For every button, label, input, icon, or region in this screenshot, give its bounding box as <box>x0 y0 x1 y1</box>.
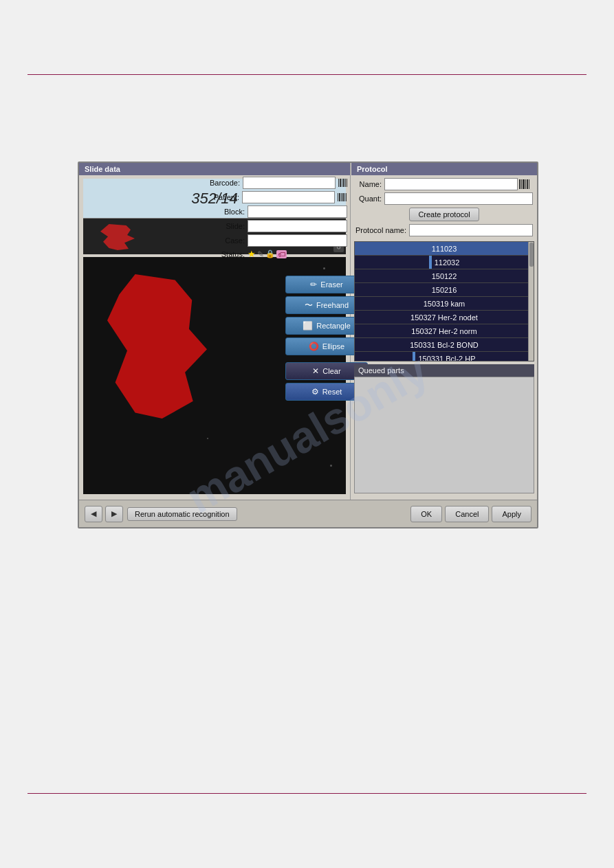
status-tag-icon[interactable]: 🏷 <box>276 250 287 258</box>
tools-area: ✏ Eraser 〜 Freehand ⬜ Rectangle ⭕ Ellips… <box>285 273 346 403</box>
block-input[interactable] <box>248 205 347 218</box>
slide-label-field: Slide: <box>210 222 248 230</box>
block-row: Block: <box>210 205 347 218</box>
proto-item-150327nodet[interactable]: 150327 Her-2 nodet <box>355 311 534 324</box>
reset-icon: ⚙ <box>311 387 319 397</box>
eraser-icon: ✏ <box>310 280 317 289</box>
rerun-button[interactable]: Rerun automatic recognition <box>127 507 237 521</box>
dot3 <box>330 465 332 467</box>
bottom-separator <box>28 793 586 794</box>
ok-button[interactable]: OK <box>410 506 442 522</box>
status-row: Status: ★ ✎ 🔒 🏷 <box>210 249 347 259</box>
top-separator <box>28 74 586 75</box>
barcode-scan-icon[interactable] <box>337 177 348 188</box>
status-star-icon[interactable]: ★ <box>248 249 256 259</box>
case-label: Case: <box>210 236 248 245</box>
protocol-list-scroll-thumb[interactable] <box>529 243 534 267</box>
proto-quant-row: Quant: <box>355 192 533 205</box>
status-label: Status: <box>210 250 248 258</box>
reset-label: Reset <box>322 388 342 396</box>
red-blob-small <box>100 224 135 250</box>
create-protocol-button[interactable]: Create protocol <box>409 208 479 221</box>
queued-parts-title: Queued parts <box>354 364 534 377</box>
rectangle-label: Rectangle <box>316 322 351 330</box>
prev-button[interactable]: ◀ <box>85 506 102 522</box>
barcode-label: Barcode: <box>210 179 243 187</box>
next-button[interactable]: ▶ <box>105 506 123 522</box>
slide-row: Slide: <box>210 220 347 232</box>
cancel-button[interactable]: Cancel <box>445 506 489 522</box>
proto-item-112032[interactable]: 112032 <box>355 256 534 269</box>
status-lock-icon[interactable]: 🔒 <box>265 249 275 258</box>
case-row: Case: <box>210 234 347 247</box>
slide-data-panel: Slide data 352/14 ↺ <box>79 163 351 500</box>
proto-item-150319kam[interactable]: 150319 kam <box>355 297 534 311</box>
proto-item-150327norm[interactable]: 150327 Her-2 norm <box>355 324 534 338</box>
protocol-list: 111023 112032 150122 150216 150319 kam 1… <box>354 241 534 361</box>
protocol-list-scrollbar[interactable] <box>528 242 534 361</box>
freehand-label: Freehand <box>316 301 349 309</box>
red-blob-main <box>107 274 207 419</box>
ellipse-label: Ellipse <box>322 342 344 350</box>
patient-label: Patient: <box>210 193 242 201</box>
dot1 <box>323 267 325 269</box>
protocol-panel: Protocol Name: Quant: <box>351 163 537 500</box>
barcode-input[interactable] <box>243 177 336 189</box>
proto-name-label: Name: <box>355 180 384 188</box>
slide-input[interactable] <box>248 220 347 232</box>
proto-name-input[interactable] <box>384 178 518 190</box>
slide-data-title: Slide data <box>79 163 350 175</box>
status-pencil-icon[interactable]: ✎ <box>257 249 264 259</box>
patient-input[interactable] <box>242 191 335 203</box>
barcode-row: Barcode: <box>210 177 347 189</box>
bottom-bar: ◀ ▶ Rerun automatic recognition OK Cance… <box>79 500 537 527</box>
block-label: Block: <box>210 208 248 216</box>
slide-form: Barcode: Patient: <box>210 177 347 261</box>
apply-button[interactable]: Apply <box>492 506 531 522</box>
dialog-body: Slide data 352/14 ↺ <box>79 163 537 527</box>
status-icons: ★ ✎ 🔒 🏷 <box>248 249 287 259</box>
dot4 <box>207 438 208 439</box>
proto-quant-input[interactable] <box>384 192 533 205</box>
queued-parts-section: Queued parts <box>354 364 534 493</box>
protocol-name-label: Protocol name: <box>355 226 409 234</box>
rectangle-icon: ⬜ <box>303 321 313 331</box>
patient-row: Patient: <box>210 191 347 203</box>
proto-item-150216[interactable]: 150216 <box>355 283 534 297</box>
create-protocol-area: Create protocol <box>355 208 533 221</box>
main-dialog: Slide data 352/14 ↺ <box>78 162 538 528</box>
proto-item-111023[interactable]: 111023 <box>355 242 534 256</box>
proto-name-row2: Protocol name: <box>355 224 533 236</box>
clear-icon: ✕ <box>312 366 319 376</box>
freehand-icon: 〜 <box>305 300 313 311</box>
proto-name-row: Name: <box>355 178 533 190</box>
proto-item-150122[interactable]: 150122 <box>355 269 534 283</box>
clear-label: Clear <box>322 367 340 375</box>
proto-quant-label: Quant: <box>355 194 384 203</box>
proto-item-150331bond[interactable]: 150331 Bcl-2 BOND <box>355 338 534 352</box>
patient-scan-icon[interactable] <box>336 192 347 203</box>
ellipse-icon: ⭕ <box>309 342 319 351</box>
queued-parts-area <box>354 377 534 493</box>
proto-item-150331hp[interactable]: 150331 Bcl-2 HP <box>355 352 534 361</box>
protocol-name-input[interactable] <box>409 224 533 236</box>
proto-barcode-icon[interactable] <box>519 179 533 189</box>
case-input[interactable] <box>248 234 347 247</box>
protocol-title: Protocol <box>351 163 537 175</box>
eraser-label: Eraser <box>320 280 342 289</box>
protocol-form: Name: Quant: Create <box>351 175 537 241</box>
